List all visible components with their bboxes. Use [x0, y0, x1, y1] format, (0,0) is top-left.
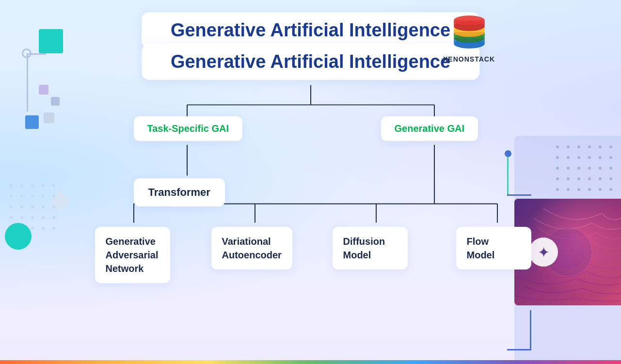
xenon-logo: XENONSTACK	[443, 15, 495, 63]
root-node: Generative Artificial Intelligence	[142, 44, 479, 80]
diffusion-label: DiffusionModel	[343, 235, 397, 262]
gan-label: GenerativeAdversarialNetwork	[106, 235, 159, 275]
generative-gai-node: Generative GAI	[381, 116, 478, 141]
xenon-stack-icon	[450, 15, 489, 53]
task-specific-label: Task-Specific GAI	[147, 123, 229, 134]
main-title: Generative Artificial Intelligence	[171, 20, 450, 40]
diffusion-node: DiffusionModel	[333, 227, 408, 269]
svg-point-10	[454, 16, 485, 25]
tree-diagram: Generative Artificial Intelligence Task-…	[80, 44, 541, 364]
transformer-label: Transformer	[148, 186, 210, 198]
xenon-label: XENONSTACK	[443, 55, 495, 63]
title-box: Generative Artificial Intelligence	[142, 12, 479, 48]
rainbow-bar	[0, 360, 621, 364]
vae-label: VariationalAutoencoder	[222, 235, 282, 262]
task-specific-node: Task-Specific GAI	[134, 116, 243, 141]
root-label: Generative Artificial Intelligence	[171, 51, 450, 72]
generative-gai-label: Generative GAI	[395, 123, 465, 134]
main-content: Generative Artificial Intelligence	[0, 0, 621, 364]
transformer-node: Transformer	[134, 178, 225, 206]
vae-node: VariationalAutoencoder	[211, 227, 292, 269]
flow-model-label: FlowModel	[467, 235, 521, 262]
gan-node: GenerativeAdversarialNetwork	[95, 227, 170, 283]
flow-model-node: FlowModel	[456, 227, 531, 269]
